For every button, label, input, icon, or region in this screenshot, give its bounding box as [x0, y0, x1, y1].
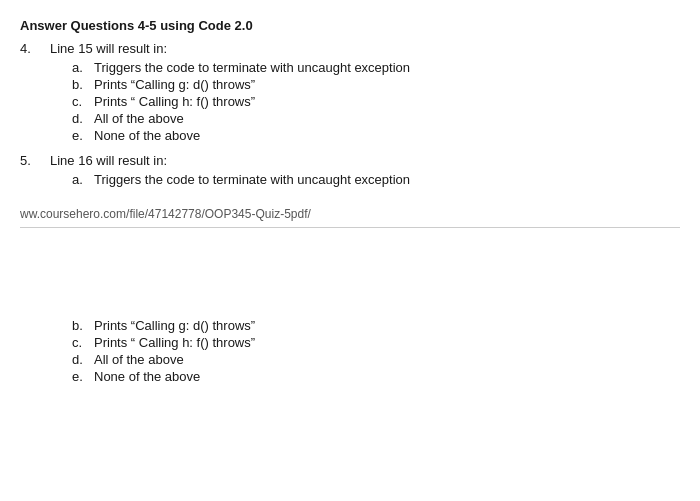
- answer-4d-letter: d.: [72, 111, 94, 126]
- bottom-c-text: Prints “ Calling h: f() throws”: [94, 335, 255, 350]
- bottom-e-letter: e.: [72, 369, 94, 384]
- bottom-answer-e: e. None of the above: [72, 369, 680, 384]
- bottom-answer-b: b. Prints “Calling g: d() throws”: [72, 318, 680, 333]
- divider: [20, 227, 680, 228]
- url-line: ww.coursehero.com/file/47142778/OOP345-Q…: [20, 207, 680, 221]
- bottom-b-text: Prints “Calling g: d() throws”: [94, 318, 255, 333]
- answer-4a-letter: a.: [72, 60, 94, 75]
- bottom-e-text: None of the above: [94, 369, 200, 384]
- bottom-answer-d: d. All of the above: [72, 352, 680, 367]
- question-5-answers: a. Triggers the code to terminate with u…: [72, 172, 680, 187]
- answer-4a-text: Triggers the code to terminate with unca…: [94, 60, 410, 75]
- bottom-b-letter: b.: [72, 318, 94, 333]
- answer-4d-text: All of the above: [94, 111, 184, 126]
- bottom-answer-c: c. Prints “ Calling h: f() throws”: [72, 335, 680, 350]
- question-4-line: 4. Line 15 will result in:: [20, 41, 680, 56]
- answer-5a-letter: a.: [72, 172, 94, 187]
- question-5-line: 5. Line 16 will result in:: [20, 153, 680, 168]
- bottom-d-letter: d.: [72, 352, 94, 367]
- question-4-answers: a. Triggers the code to terminate with u…: [72, 60, 680, 143]
- answer-4e-letter: e.: [72, 128, 94, 143]
- section-title: Answer Questions 4-5 using Code 2.0: [20, 18, 680, 33]
- question-5-block: 5. Line 16 will result in: a. Triggers t…: [20, 153, 680, 187]
- question-5-text: Line 16 will result in:: [50, 153, 167, 168]
- question-4-text: Line 15 will result in:: [50, 41, 167, 56]
- bottom-c-letter: c.: [72, 335, 94, 350]
- bottom-d-text: All of the above: [94, 352, 184, 367]
- answer-4e: e. None of the above: [72, 128, 680, 143]
- answer-4b: b. Prints “Calling g: d() throws”: [72, 77, 680, 92]
- answer-4c-text: Prints “ Calling h: f() throws”: [94, 94, 255, 109]
- question-5-num: 5.: [20, 153, 50, 168]
- answer-4e-text: None of the above: [94, 128, 200, 143]
- answer-5a-text: Triggers the code to terminate with unca…: [94, 172, 410, 187]
- answer-5a: a. Triggers the code to terminate with u…: [72, 172, 680, 187]
- page-container: Answer Questions 4-5 using Code 2.0 4. L…: [0, 0, 700, 501]
- answer-4b-text: Prints “Calling g: d() throws”: [94, 77, 255, 92]
- answer-4c-letter: c.: [72, 94, 94, 109]
- answer-4d: d. All of the above: [72, 111, 680, 126]
- question-4-num: 4.: [20, 41, 50, 56]
- bottom-section: b. Prints “Calling g: d() throws” c. Pri…: [20, 318, 680, 384]
- answer-4a: a. Triggers the code to terminate with u…: [72, 60, 680, 75]
- answer-4c: c. Prints “ Calling h: f() throws”: [72, 94, 680, 109]
- answer-4b-letter: b.: [72, 77, 94, 92]
- question-4-block: 4. Line 15 will result in: a. Triggers t…: [20, 41, 680, 143]
